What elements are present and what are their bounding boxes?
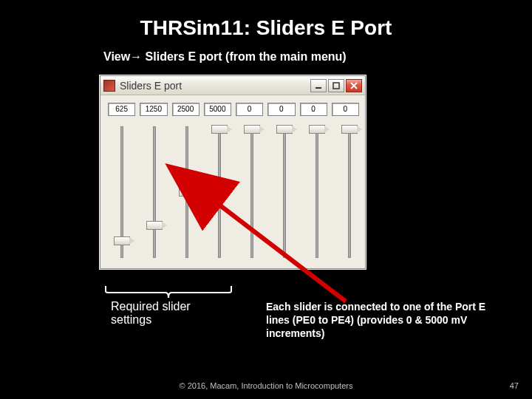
- slider-tracks: [106, 122, 359, 262]
- slider-rail: [348, 126, 351, 258]
- slider-thumb[interactable]: [179, 188, 195, 197]
- slider-area: 6251250250050000000: [100, 95, 365, 268]
- titlebar: Sliders E port: [100, 76, 365, 95]
- slider-thumb[interactable]: [341, 125, 358, 134]
- slide-title: THRSim11: Sliders E Port: [0, 0, 532, 40]
- maximize-button[interactable]: [328, 79, 344, 92]
- window-title: Sliders E port: [120, 80, 310, 92]
- page-number: 47: [510, 381, 519, 390]
- slider-thumb[interactable]: [244, 125, 260, 134]
- slider-thumb[interactable]: [146, 221, 163, 230]
- slider-1[interactable]: [140, 122, 168, 262]
- slider-value-2: 2500: [172, 103, 200, 116]
- pe-label-3: PE3: [202, 270, 230, 282]
- menu-path: View→ Sliders E port (from the main menu…: [103, 50, 347, 64]
- slider-value-5: 0: [267, 103, 295, 116]
- pe-label-2: PE2: [169, 270, 197, 282]
- pe-label-1: PE1: [137, 270, 165, 282]
- slider-value-7: 0: [332, 103, 359, 116]
- value-row: 6251250250050000000: [106, 103, 359, 116]
- slider-rail: [316, 126, 318, 258]
- slider-0[interactable]: [108, 122, 136, 262]
- slider-thumb[interactable]: [211, 125, 228, 134]
- svg-rect-0: [316, 87, 321, 89]
- close-button[interactable]: [346, 79, 362, 92]
- pe-labels: PE0PE1PE2PE3: [104, 270, 230, 282]
- window-buttons: [310, 79, 362, 92]
- slider-rail: [250, 126, 253, 258]
- slider-6[interactable]: [303, 122, 331, 262]
- slider-thumb[interactable]: [114, 236, 130, 245]
- slider-5[interactable]: [270, 122, 299, 262]
- pe-label-0: PE0: [104, 270, 132, 282]
- slider-3[interactable]: [205, 122, 233, 262]
- menu-prefix: View: [103, 50, 130, 63]
- slider-value-6: 0: [300, 103, 327, 116]
- slider-rail: [218, 126, 221, 258]
- required-settings-caption: Required slider settings: [111, 300, 229, 327]
- slider-thumb[interactable]: [309, 125, 325, 134]
- app-icon: [103, 80, 115, 92]
- minimize-button[interactable]: [310, 79, 327, 92]
- sliders-window: Sliders E port 6251250250050000000: [100, 75, 366, 269]
- slider-rail: [283, 126, 286, 258]
- slider-value-4: 0: [236, 103, 263, 116]
- arrow-icon: →: [130, 50, 142, 63]
- slider-description-caption: Each slider is connected to one of the P…: [266, 300, 488, 341]
- slider-7[interactable]: [335, 122, 364, 262]
- bracket-icon: [105, 285, 232, 299]
- svg-rect-1: [333, 83, 339, 89]
- slider-rail: [153, 126, 156, 258]
- menu-rest: Sliders E port (from the main menu): [142, 50, 346, 63]
- slider-thumb[interactable]: [276, 125, 293, 134]
- slider-2[interactable]: [173, 122, 201, 262]
- footer-credit: © 2016, Macam, Introduction to Microcomp…: [0, 381, 532, 390]
- slider-4[interactable]: [238, 122, 266, 262]
- slider-value-0: 625: [108, 103, 135, 116]
- slider-value-3: 5000: [204, 103, 231, 116]
- slider-value-1: 1250: [140, 103, 167, 116]
